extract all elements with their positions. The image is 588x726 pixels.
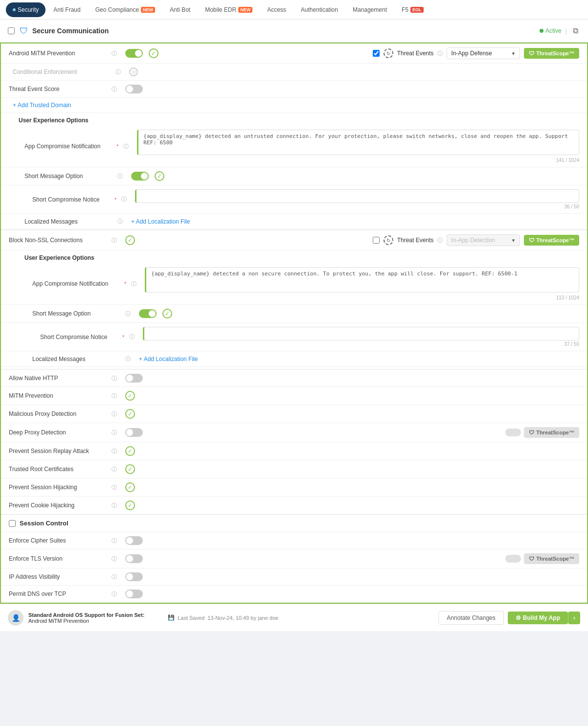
deep-proxy-toggle[interactable] bbox=[125, 428, 143, 437]
block-non-ssl-threat-checkbox[interactable] bbox=[373, 237, 380, 244]
block-non-ssl-threat-icon: ↻ bbox=[384, 235, 393, 245]
prevent-session-hijacking-info[interactable]: ⓘ bbox=[111, 484, 117, 491]
android-mitm-threat-block: ↻ Threat Events ⓘ In-App Defense ▼ 🛡 Thr… bbox=[373, 47, 579, 59]
in-app-detection-dropdown[interactable]: In-App Detection ▼ bbox=[447, 234, 520, 246]
enforce-tls-info[interactable]: ⓘ bbox=[111, 555, 117, 563]
allow-native-http-label: Allow Native HTTP bbox=[9, 375, 107, 382]
permit-dns-label: Permit DNS over TCP bbox=[9, 590, 107, 597]
ip-address-visibility-info[interactable]: ⓘ bbox=[111, 573, 117, 581]
malicious-proxy-info[interactable]: ⓘ bbox=[111, 410, 117, 418]
build-arrow-icon: › bbox=[573, 614, 575, 621]
block-non-ssl-short-compromise-row: Short Compromise Notice * ⓘ Non Secure C… bbox=[1, 323, 587, 351]
block-non-ssl-add-localization-link[interactable]: + Add Localization File bbox=[139, 356, 198, 363]
nav-tab-geocompliance[interactable]: Geo Compliance NEW bbox=[89, 2, 162, 17]
enforce-cipher-toggle[interactable] bbox=[125, 536, 143, 545]
nav-tab-antifraud[interactable]: Anti Fraud bbox=[46, 2, 87, 17]
threatscope-shield-icon: 🛡 bbox=[529, 50, 534, 56]
short-message-option-label: Short Message Option bbox=[24, 173, 113, 180]
dropdown-arrow-icon-2: ▼ bbox=[511, 238, 516, 243]
enforce-tls-toggle[interactable] bbox=[125, 554, 143, 563]
permit-dns-toggle[interactable] bbox=[125, 590, 143, 598]
android-mitm-toggle[interactable] bbox=[125, 49, 143, 58]
header-checkbox[interactable] bbox=[8, 27, 15, 34]
add-trusted-domain-link[interactable]: + Add Trusted Domain bbox=[13, 102, 71, 109]
short-message-option-row: Short Message Option ⓘ ✓ bbox=[1, 167, 587, 185]
allow-native-http-toggle[interactable] bbox=[125, 374, 143, 383]
shield-icon: 🛡 bbox=[20, 26, 28, 36]
block-non-ssl-char-count: 113 / 1024 bbox=[145, 295, 579, 300]
block-non-ssl-threat-info-icon[interactable]: ⓘ bbox=[437, 237, 443, 244]
android-mitm-threat-checkbox[interactable] bbox=[373, 50, 380, 57]
block-non-ssl-short-message-info[interactable]: ⓘ bbox=[124, 310, 131, 318]
block-non-ssl-short-compromise-info[interactable]: ⓘ bbox=[128, 333, 135, 340]
short-compromise-input[interactable]: Untrusted Connection Detected by App bbox=[135, 189, 579, 203]
block-non-ssl-short-compromise-input[interactable]: Non Secure Connection Detected by App bbox=[143, 327, 579, 340]
block-non-ssl-threatscope-button[interactable]: 🛡 ThreatScope™ bbox=[524, 235, 579, 246]
threatscope-button[interactable]: 🛡 ThreatScope™ bbox=[524, 48, 579, 59]
short-compromise-notice-label: Short Compromise Notice bbox=[32, 196, 111, 203]
save-icon: 💾 bbox=[168, 614, 175, 621]
block-non-ssl-short-message-toggle[interactable] bbox=[139, 309, 157, 318]
enforce-tls-scope-toggle[interactable] bbox=[505, 555, 521, 563]
deep-proxy-info[interactable]: ⓘ bbox=[111, 429, 117, 436]
threat-event-score-toggle[interactable] bbox=[125, 85, 143, 93]
bottom-bar: 👤 Standard Android OS Support for Fusion… bbox=[0, 604, 588, 631]
nav-tab-authentication[interactable]: Authentication bbox=[294, 2, 345, 17]
conditional-enforcement-info-icon[interactable]: ⓘ bbox=[114, 68, 121, 76]
geo-compliance-badge: NEW bbox=[141, 7, 155, 13]
short-compromise-info-icon[interactable]: ⓘ bbox=[120, 196, 127, 203]
nav-tab-f5[interactable]: F5 EOL bbox=[395, 2, 430, 17]
malicious-proxy-row: Malicious Proxy Detection ⓘ ✓ bbox=[1, 405, 587, 423]
block-non-ssl-info-icon[interactable]: ⓘ bbox=[111, 237, 117, 244]
android-mitm-row: Android MiTM Prevention ⓘ ✓ ↻ Threat Eve… bbox=[1, 44, 587, 64]
block-non-ssl-row: Block Non-SSL Connections ⓘ ✓ ↻ Threat E… bbox=[1, 229, 587, 250]
dropdown-arrow-icon: ▼ bbox=[511, 51, 516, 56]
trusted-root-certs-info[interactable]: ⓘ bbox=[111, 466, 117, 473]
block-non-ssl-app-compromise-info[interactable]: ⓘ bbox=[130, 280, 137, 288]
build-my-app-button[interactable]: ⚙ Build My App bbox=[508, 612, 568, 624]
in-app-defense-dropdown[interactable]: In-App Defense ▼ bbox=[447, 47, 520, 59]
localized-messages-info-icon[interactable]: ⓘ bbox=[116, 218, 123, 225]
prevent-cookie-hijacking-row: Prevent Cookie Hijacking ⓘ ✓ bbox=[1, 497, 587, 515]
add-localization-link[interactable]: + Add Localization File bbox=[131, 218, 190, 225]
app-compromise-textarea[interactable]: {app_display_name} detected an untrusted… bbox=[137, 130, 579, 155]
nav-tab-antibot[interactable]: Anti Bot bbox=[163, 2, 197, 17]
deep-proxy-scope-toggle[interactable] bbox=[505, 429, 521, 436]
enforce-cipher-info[interactable]: ⓘ bbox=[111, 537, 117, 544]
allow-native-http-info[interactable]: ⓘ bbox=[111, 375, 117, 382]
short-message-info-icon[interactable]: ⓘ bbox=[116, 173, 123, 180]
block-non-ssl-app-compromise-textarea[interactable]: {app_display_name} detected a non secure… bbox=[145, 267, 579, 293]
app-compromise-info-icon[interactable]: ⓘ bbox=[122, 143, 129, 150]
nav-tab-management[interactable]: Management bbox=[346, 2, 394, 17]
annotate-changes-button[interactable]: Annotate Changes bbox=[438, 611, 503, 625]
enforce-tls-threatscope-btn[interactable]: 🛡 ThreatScope™ bbox=[524, 553, 579, 564]
threat-event-score-info-icon[interactable]: ⓘ bbox=[111, 86, 117, 93]
ip-address-visibility-label: IP Address Visibility bbox=[9, 573, 107, 580]
malicious-proxy-check: ✓ bbox=[125, 409, 135, 419]
block-non-ssl-app-compromise-label: App Compromise Notification bbox=[32, 280, 120, 287]
prevent-session-replay-info[interactable]: ⓘ bbox=[111, 448, 117, 455]
short-message-toggle[interactable] bbox=[131, 172, 149, 181]
prevent-session-replay-row: Prevent Session Replay Attack ⓘ ✓ bbox=[1, 442, 587, 460]
build-dropdown-button[interactable]: › bbox=[568, 612, 580, 624]
block-non-ssl-localized-info[interactable]: ⓘ bbox=[124, 355, 131, 363]
nav-tab-access[interactable]: Access bbox=[260, 2, 293, 17]
nav-tab-mobileedr[interactable]: Mobile EDR NEW bbox=[198, 2, 259, 17]
ip-address-visibility-toggle[interactable] bbox=[125, 572, 143, 581]
threat-events-info-icon[interactable]: ⓘ bbox=[437, 50, 443, 57]
threat-events-icon: ↻ bbox=[384, 48, 393, 58]
threat-event-score-row: Threat Event Score ⓘ bbox=[1, 81, 587, 98]
prevent-cookie-hijacking-info[interactable]: ⓘ bbox=[111, 502, 117, 509]
android-mitm-info-icon[interactable]: ⓘ bbox=[111, 50, 117, 57]
session-control-checkbox[interactable] bbox=[9, 520, 16, 527]
permit-dns-info[interactable]: ⓘ bbox=[111, 590, 117, 598]
session-control-label: Session Control bbox=[20, 520, 68, 527]
copy-button[interactable]: ⧉ bbox=[571, 24, 580, 37]
deep-proxy-threatscope-btn[interactable]: 🛡 ThreatScope™ bbox=[524, 427, 579, 438]
short-compromise-notice-row: Short Compromise Notice * ⓘ Untrusted Co… bbox=[1, 185, 587, 214]
prevent-session-hijacking-check: ✓ bbox=[125, 482, 135, 492]
nav-tab-security[interactable]: Security bbox=[6, 2, 45, 17]
malicious-proxy-label: Malicious Proxy Detection bbox=[9, 410, 107, 417]
app-compromise-char-count: 141 / 1024 bbox=[137, 158, 579, 163]
mitm-prevention-info[interactable]: ⓘ bbox=[111, 392, 117, 400]
